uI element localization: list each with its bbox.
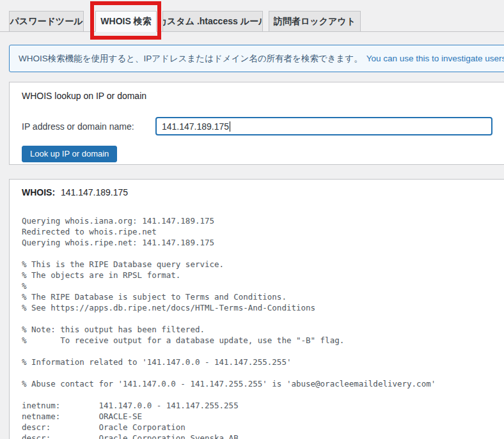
text-caret xyxy=(230,121,230,132)
lookup-card-title: WHOIS lookup on IP or domain xyxy=(22,90,504,102)
tab-label: カスタム .htaccess ルール xyxy=(162,16,263,27)
tab-label: 訪問者ロックアウト xyxy=(274,16,356,27)
result-title-ip: 141.147.189.175 xyxy=(61,187,128,197)
red-highlight-annotation xyxy=(90,1,161,40)
tab-visitor-lockout[interactable]: 訪問者ロックアウト xyxy=(269,11,361,32)
ip-field-row: IP address or domain name: 141.147.189.1… xyxy=(22,117,504,135)
security-plugin-page: パスワードツール WHOIS 検索 カスタム .htaccess ルール 訪問者… xyxy=(0,0,504,439)
result-title-prefix: WHOIS: xyxy=(22,187,55,197)
result-card-title: WHOIS: 141.147.189.175 xyxy=(22,186,504,199)
tab-content: WHOIS検索機能を使用すると、IPアドレスまたはドメイン名の所有者を検索できま… xyxy=(9,45,504,439)
tab-label: パスワードツール xyxy=(10,16,83,27)
whois-lookup-card: WHOIS lookup on IP or domain IP address … xyxy=(9,82,504,165)
nav-tab-bar: パスワードツール WHOIS 検索 カスタム .htaccess ルール 訪問者… xyxy=(0,0,504,32)
ip-input-value: 141.147.189.175 xyxy=(162,121,229,132)
lookup-button[interactable]: Look up IP or domain xyxy=(22,146,117,162)
tab-custom-htaccess-rules[interactable]: カスタム .htaccess ルール xyxy=(162,11,263,32)
whois-result-card: WHOIS: 141.147.189.175 Querying whois.ia… xyxy=(9,179,504,439)
notice-text-en: You can use this to investigate users en… xyxy=(366,54,504,63)
tab-password-tools[interactable]: パスワードツール xyxy=(9,11,84,32)
info-notice: WHOIS検索機能を使用すると、IPアドレスまたはドメイン名の所有者を検索できま… xyxy=(9,45,504,72)
ip-field-label: IP address or domain name: xyxy=(22,121,155,132)
notice-text-jp: WHOIS検索機能を使用すると、IPアドレスまたはドメイン名の所有者を検索できま… xyxy=(19,53,363,65)
whois-output-text: Querying whois.iana.org: 141.147.189.175… xyxy=(22,215,504,439)
ip-address-input[interactable]: 141.147.189.175 xyxy=(155,117,492,135)
